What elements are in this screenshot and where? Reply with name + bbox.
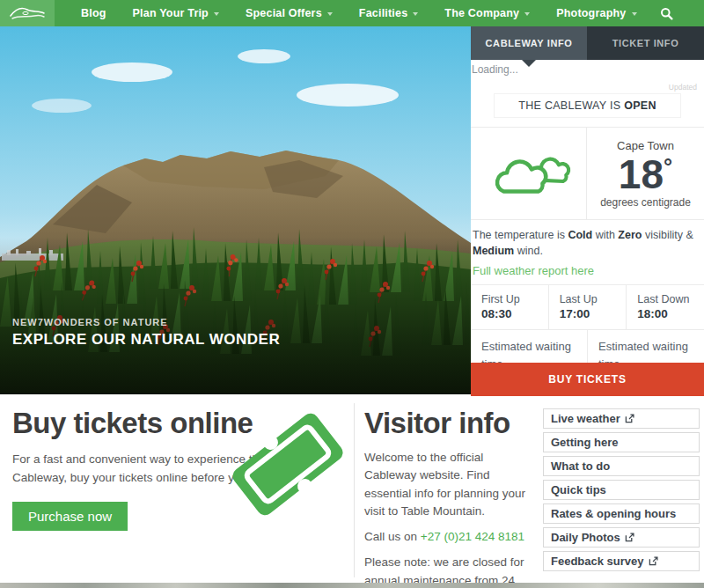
- summary-text: visibility &: [642, 229, 693, 241]
- temperature-cell: Cape Town 18° degrees centigrade: [587, 128, 704, 219]
- first-up-cell: First Up 08:30: [471, 285, 548, 329]
- chevron-down-icon: [214, 12, 219, 16]
- temperature-value: 18°: [619, 154, 672, 195]
- status-prefix: THE CABLEWAY IS: [518, 99, 624, 112]
- cable-times: First Up 08:30 Last Up 17:00 Last Down 1…: [471, 284, 704, 330]
- summary-text: The temperature is: [473, 229, 568, 241]
- cableway-logo[interactable]: [0, 0, 55, 26]
- visitor-info-title: Visitor info: [364, 407, 533, 440]
- link-label: What to do: [551, 459, 610, 473]
- phone-link[interactable]: +27 (0)21 424 8181: [421, 530, 524, 543]
- main-nav: Blog Plan Your Trip Special Offers Facil…: [55, 0, 673, 26]
- link-label: Quick tips: [551, 483, 606, 496]
- link-feedback-survey[interactable]: Feedback survey: [543, 551, 700, 571]
- time-label: Last Down: [637, 293, 704, 305]
- link-label: Live weather: [551, 412, 620, 425]
- visitor-info-block: Visitor info Welcome to the official Cab…: [364, 407, 533, 588]
- top-navbar: Blog Plan Your Trip Special Offers Facil…: [0, 0, 704, 26]
- last-down-cell: Last Down 18:00: [626, 285, 704, 329]
- nav-label: Facilities: [359, 7, 408, 19]
- purchase-now-button[interactable]: Purchase now: [12, 502, 128, 531]
- link-getting-here[interactable]: Getting here: [543, 432, 700, 452]
- summary-visibility: Zero: [618, 229, 642, 241]
- external-link-icon: [649, 556, 658, 566]
- weather-widget: Cape Town 18° degrees centigrade: [471, 127, 704, 220]
- info-panel: CABLEWAY INFO TICKET INFO Loading... Upd…: [471, 26, 704, 396]
- nav-item-facilities[interactable]: Facilities: [359, 0, 419, 26]
- temp-number: 18: [619, 151, 664, 197]
- chevron-down-icon: [524, 12, 530, 16]
- link-what-to-do[interactable]: What to do: [543, 456, 700, 476]
- nav-item-blog[interactable]: Blog: [81, 0, 106, 26]
- call-line: Call us on +27 (0)21 424 8181: [364, 528, 533, 546]
- nav-label: The Company: [444, 7, 519, 19]
- quick-links: Live weather Getting here What to do Qui…: [543, 408, 700, 575]
- hero-kicker: NEW7WONDERS OF NATURE: [12, 317, 280, 327]
- summary-temp: Cold: [568, 229, 592, 241]
- temperature-unit: degrees centigrade: [600, 196, 691, 209]
- chevron-down-icon: [632, 12, 637, 16]
- updated-label: Updated: [669, 83, 697, 92]
- nav-item-special-offers[interactable]: Special Offers: [246, 0, 333, 26]
- hero-image: NEW7WONDERS OF NATURE EXPLORE OUR NATURA…: [0, 26, 471, 394]
- status-value: OPEN: [624, 99, 656, 112]
- link-label: Rates & opening hours: [551, 507, 676, 520]
- nav-label: Blog: [81, 7, 106, 19]
- time-value: 08:30: [481, 307, 548, 320]
- call-prefix: Call us on: [364, 530, 421, 543]
- time-value: 17:00: [560, 307, 627, 320]
- link-live-weather[interactable]: Live weather: [543, 408, 700, 429]
- info-tabs: CABLEWAY INFO TICKET INFO: [471, 26, 704, 60]
- nav-label: Plan Your Trip: [133, 7, 209, 19]
- full-weather-report-link[interactable]: Full weather report here: [471, 259, 704, 284]
- link-label: Feedback survey: [551, 555, 644, 568]
- hero-title: EXPLORE OUR NATURAL WONDER: [12, 331, 280, 349]
- loading-text: Loading...: [471, 60, 704, 76]
- summary-text: with: [592, 229, 618, 241]
- cableway-logo-icon: [8, 4, 47, 23]
- column-divider: [354, 403, 355, 577]
- chevron-down-icon: [413, 12, 418, 16]
- summary-wind: Medium: [473, 245, 514, 257]
- nav-label: Special Offers: [246, 7, 322, 19]
- time-label: First Up: [481, 293, 548, 305]
- cloudy-icon: [487, 144, 571, 202]
- nav-item-the-company[interactable]: The Company: [444, 0, 530, 26]
- buy-tickets-button[interactable]: BUY TICKETS: [471, 363, 704, 396]
- chevron-down-icon: [327, 12, 333, 16]
- external-link-icon: [625, 533, 634, 542]
- ticket-icon: [231, 405, 345, 524]
- link-rates-opening-hours[interactable]: Rates & opening hours: [543, 503, 700, 524]
- weather-city: Cape Town: [617, 139, 674, 152]
- last-up-cell: Last Up 17:00: [548, 285, 627, 329]
- tab-cableway-info[interactable]: CABLEWAY INFO: [471, 26, 587, 60]
- search-icon[interactable]: [660, 7, 673, 20]
- link-quick-tips[interactable]: Quick tips: [543, 480, 700, 500]
- cableway-status: THE CABLEWAY IS OPEN: [494, 93, 681, 118]
- link-label: Getting here: [551, 436, 619, 449]
- time-label: Last Up: [560, 293, 627, 305]
- next-section-edge: [0, 583, 704, 588]
- weather-icon-cell: [471, 128, 587, 219]
- active-tab-pointer: [522, 60, 536, 67]
- link-label: Daily Photos: [551, 531, 620, 544]
- hero-caption: NEW7WONDERS OF NATURE EXPLORE OUR NATURA…: [12, 317, 280, 349]
- external-link-icon: [625, 414, 634, 423]
- summary-text: wind.: [514, 245, 543, 257]
- time-value: 18:00: [637, 307, 704, 320]
- nav-label: Photography: [556, 7, 626, 19]
- degree-symbol: °: [664, 153, 672, 178]
- weather-summary: The temperature is Cold with Zero visibi…: [471, 220, 704, 259]
- nav-item-plan-your-trip[interactable]: Plan Your Trip: [133, 0, 219, 26]
- link-daily-photos[interactable]: Daily Photos: [543, 527, 700, 548]
- status-area: Updated THE CABLEWAY IS OPEN: [471, 76, 704, 118]
- tab-ticket-info[interactable]: TICKET INFO: [587, 26, 704, 60]
- visitor-info-body: Welcome to the official Cableway website…: [364, 449, 533, 520]
- nav-item-photography[interactable]: Photography: [556, 0, 636, 26]
